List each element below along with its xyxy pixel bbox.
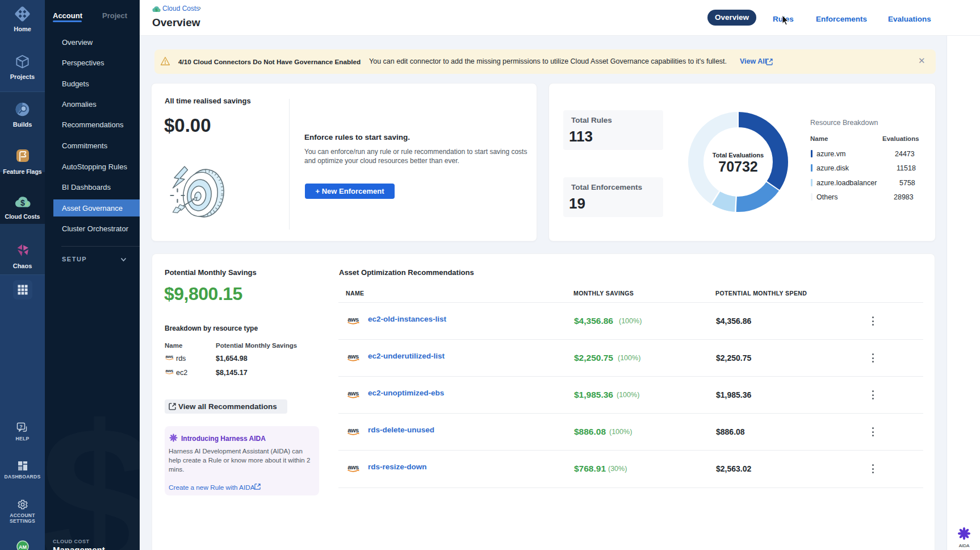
svg-text:AM: AM (19, 544, 27, 550)
svg-text:aws: aws (166, 354, 173, 359)
svg-text:$: $ (155, 7, 158, 13)
svg-text:aws: aws (347, 353, 359, 360)
svg-text:aws: aws (166, 368, 173, 373)
svg-text:?: ? (19, 424, 23, 430)
svg-text:aws: aws (347, 316, 359, 323)
svg-text:aws: aws (347, 390, 359, 397)
svg-text:aws: aws (347, 427, 359, 434)
svg-text:$: $ (20, 198, 25, 207)
svg-text:aws: aws (347, 464, 359, 470)
